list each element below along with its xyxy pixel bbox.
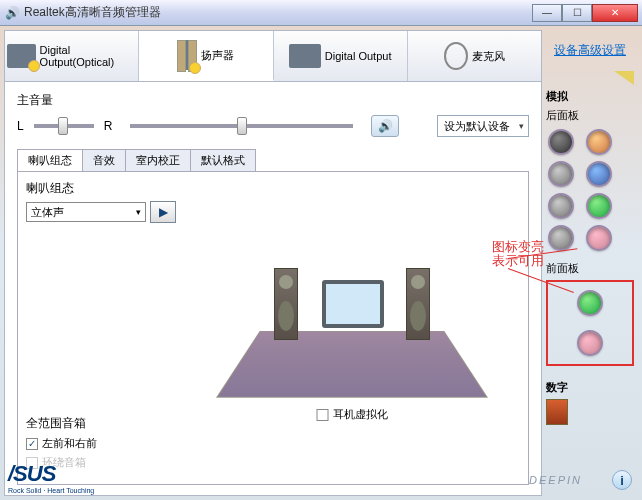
tab-speakers[interactable]: 扬声器 <box>139 31 273 81</box>
tab-label: 麦克风 <box>472 49 505 64</box>
front-port-pink[interactable] <box>577 330 603 356</box>
headphone-virt-label: 耳机虚拟化 <box>333 407 388 422</box>
annotation-text: 图标变亮 表示可用 <box>492 240 562 268</box>
port-grey[interactable] <box>548 161 574 187</box>
tab-digital-output[interactable]: Digital Output <box>274 31 408 81</box>
device-icon <box>289 44 321 68</box>
port-green[interactable] <box>586 193 612 219</box>
port-blue[interactable] <box>586 161 612 187</box>
digital-port-icon[interactable] <box>546 399 568 425</box>
close-button[interactable]: ✕ <box>592 4 638 22</box>
stage-speaker-left[interactable] <box>274 268 298 340</box>
volume-section: 主音量 L R 🔊 设为默认设备 <box>17 92 529 145</box>
analog-group: 模拟 后面板 前面板 <box>546 89 634 366</box>
headphone-virt-checkbox[interactable] <box>317 409 329 421</box>
digital-label: 数字 <box>546 380 634 395</box>
titlebar: 🔊 Realtek高清晰音频管理器 — ☐ ✕ <box>0 0 642 26</box>
digital-group: 数字 <box>546 380 634 425</box>
speakers-icon <box>177 40 197 70</box>
window-title: Realtek高清晰音频管理器 <box>24 4 532 21</box>
tab-microphone[interactable]: 麦克风 <box>408 31 541 81</box>
front-port-green[interactable] <box>577 290 603 316</box>
fullrange-label: 全范围音箱 <box>26 415 176 432</box>
tab-label: 扬声器 <box>201 48 234 63</box>
balance-slider[interactable] <box>34 124 94 128</box>
rear-ports <box>546 127 634 253</box>
maximize-button[interactable]: ☐ <box>562 4 592 22</box>
tab-label: Digital Output(Optical) <box>40 44 137 68</box>
subtab-config[interactable]: 喇叭组态 <box>17 149 83 172</box>
analog-label: 模拟 <box>546 89 634 104</box>
tab-label: Digital Output <box>325 50 392 62</box>
subtab-room[interactable]: 室内校正 <box>125 149 191 172</box>
system-buttons: — ☐ ✕ <box>532 4 638 22</box>
main-panel: 主音量 L R 🔊 设为默认设备 喇叭组态 音效 室内校正 默认格式 <box>4 82 542 496</box>
watermark: DEEPIN <box>529 474 582 486</box>
speaker-stage: 耳机虚拟化 图标变亮 表示可用 <box>184 180 520 476</box>
front-ports-box <box>546 280 634 366</box>
tab-digital-optical[interactable]: Digital Output(Optical) <box>5 31 139 81</box>
speaker-config-select[interactable]: 立体声 <box>26 202 146 222</box>
brand-logo: /SUS Rock Solid · Heart Touching <box>8 461 94 494</box>
minimize-button[interactable]: — <box>532 4 562 22</box>
config-label: 喇叭组态 <box>26 180 176 197</box>
window-body: Digital Output(Optical) 扬声器 Digital Outp… <box>0 26 642 500</box>
balance-left-label: L <box>17 119 24 133</box>
stage-monitor <box>322 280 384 328</box>
front-lr-checkbox[interactable]: ✓ <box>26 438 38 450</box>
asus-tagline: Rock Solid · Heart Touching <box>8 487 94 494</box>
help-button[interactable]: i <box>612 470 632 490</box>
corner-fold-icon[interactable] <box>614 71 634 85</box>
left-column: Digital Output(Optical) 扬声器 Digital Outp… <box>4 30 542 496</box>
port-grey2[interactable] <box>548 193 574 219</box>
port-orange[interactable] <box>586 129 612 155</box>
device-tabs: Digital Output(Optical) 扬声器 Digital Outp… <box>4 30 542 82</box>
front-lr-label: 左前和右前 <box>42 436 97 451</box>
config-column: 喇叭组态 立体声 ▶ 全范围音箱 ✓ 左前和右前 环绕音箱 <box>26 180 176 476</box>
stage-floor <box>216 331 488 398</box>
mute-button[interactable]: 🔊 <box>371 115 399 137</box>
mic-icon <box>444 42 468 70</box>
port-pink[interactable] <box>586 225 612 251</box>
asus-logo-text: /SUS <box>8 461 94 487</box>
volume-slider[interactable] <box>130 124 353 128</box>
volume-label: 主音量 <box>17 92 529 109</box>
default-device-dropdown[interactable]: 设为默认设备 <box>437 115 529 137</box>
subtab-format[interactable]: 默认格式 <box>190 149 256 172</box>
device-icon <box>7 44 36 68</box>
app-icon: 🔊 <box>4 5 20 21</box>
test-play-button[interactable]: ▶ <box>150 201 176 223</box>
balance-right-label: R <box>104 119 113 133</box>
subtab-effects[interactable]: 音效 <box>82 149 126 172</box>
stage-speaker-right[interactable] <box>406 268 430 340</box>
content-box: 喇叭组态 立体声 ▶ 全范围音箱 ✓ 左前和右前 环绕音箱 <box>17 171 529 485</box>
rear-panel-label: 后面板 <box>546 108 634 123</box>
port-black[interactable] <box>548 129 574 155</box>
sub-tabs: 喇叭组态 音效 室内校正 默认格式 <box>17 149 529 172</box>
advanced-settings-link[interactable]: 设备高级设置 <box>546 42 634 59</box>
